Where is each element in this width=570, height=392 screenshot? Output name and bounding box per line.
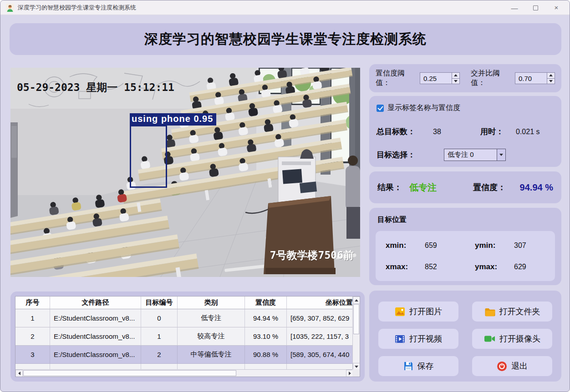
spin-down-icon	[549, 80, 553, 82]
scrollbar-corner	[352, 369, 360, 377]
show-labels-checkbox[interactable]	[377, 105, 384, 112]
target-select-dropdown[interactable]: 低专注 0	[444, 149, 506, 161]
open-image-button[interactable]: 打开图片	[378, 302, 458, 322]
open-video-label: 打开视频	[409, 333, 442, 344]
power-icon	[497, 361, 507, 372]
save-icon	[403, 361, 413, 371]
detection-bounding-box	[130, 125, 167, 188]
app-avatar-icon	[6, 4, 14, 12]
camera-location-watermark: 7号教学楼7506前	[270, 248, 354, 262]
classroom-photo	[10, 68, 360, 277]
close-button[interactable]: ×	[546, 0, 567, 15]
horizontal-scroll-thumb[interactable]	[23, 370, 236, 376]
app-window: 深度学习的智慧校园学生课堂专注度检测系统 — × 深度学习的智慧校园学生课堂专注…	[0, 0, 570, 392]
scroll-down-icon	[355, 366, 358, 368]
iou-threshold-spinner[interactable]	[515, 72, 555, 84]
table-row-selected[interactable]: 3 E:/StudentClassroom_v8... 2 中等偏低专注 90.…	[15, 346, 353, 364]
detection-image-view: 05-29-2023 星期一 15:12:11 using phone 0.95…	[10, 68, 360, 277]
window-titlebar: 深度学习的智慧校园学生课堂专注度检测系统 — ×	[0, 0, 570, 15]
vertical-scroll-thumb[interactable]	[353, 304, 359, 334]
window-controls: — ×	[504, 0, 567, 15]
camera-timestamp: 05-29-2023 星期一 15:12:11	[17, 80, 174, 95]
scroll-up-icon	[355, 299, 358, 302]
stats-row: 总目标数： 38 用时： 0.021 s	[377, 126, 554, 137]
page-title: 深度学习的智慧校园学生课堂专注度检测系统	[144, 30, 427, 49]
image-icon	[395, 307, 405, 317]
total-targets-label: 总目标数：	[377, 126, 433, 137]
target-position-panel: 目标位置 xmin: 659 ymin: 307 xmax: 852 ymax:…	[369, 208, 561, 285]
open-camera-button[interactable]: 打开摄像头	[472, 329, 552, 349]
spin-down-icon	[454, 80, 458, 82]
ymin-value: 307	[514, 241, 555, 250]
confidence-spin-down-button[interactable]	[452, 78, 459, 84]
target-select-row: 目标选择： 低专注 0	[377, 149, 554, 161]
actions-panel: 打开图片 打开文件夹 打开视频	[369, 291, 561, 382]
col-header-index[interactable]: 序号	[15, 297, 50, 309]
detections-table: 序号 文件路径 目标编号 类别 置信度 坐标位置 1 E:/StudentCla…	[15, 296, 360, 377]
table-vertical-scrollbar[interactable]	[352, 297, 360, 370]
xmin-value: 659	[425, 241, 475, 250]
target-position-title: 目标位置	[377, 216, 407, 223]
scroll-left-icon	[18, 372, 20, 375]
options-panel: 显示标签名称与置信度 总目标数： 38 用时： 0.021 s 目标选择： 低专…	[369, 96, 561, 167]
scroll-right-icon	[349, 372, 351, 375]
page-banner: 深度学习的智慧校园学生课堂专注度检测系统	[10, 23, 561, 55]
col-header-class[interactable]: 类别	[178, 297, 245, 309]
dropdown-button[interactable]	[497, 149, 505, 161]
minimize-button[interactable]: —	[504, 0, 525, 15]
iou-threshold-label: 交并比阈值：	[471, 69, 511, 88]
result-value: 低专注	[409, 181, 473, 194]
maximize-button[interactable]	[525, 0, 546, 15]
xmax-value: 852	[425, 263, 475, 271]
confidence-threshold-spinner[interactable]	[420, 72, 460, 84]
open-folder-label: 打开文件夹	[499, 306, 540, 317]
spin-up-icon	[549, 74, 553, 76]
spin-up-icon	[454, 74, 458, 76]
camera-icon	[484, 334, 495, 344]
video-icon	[395, 334, 405, 344]
scroll-left-button[interactable]	[15, 370, 23, 377]
col-header-target-id[interactable]: 目标编号	[141, 297, 178, 309]
target-select-label: 目标选择：	[377, 150, 444, 160]
exit-button[interactable]: 退出	[472, 356, 552, 376]
save-button[interactable]: 保存	[378, 356, 458, 376]
detection-label: using phone 0.95	[130, 113, 216, 126]
folder-icon	[484, 307, 495, 317]
elapsed-time-value: 0.021 s	[516, 128, 554, 136]
open-camera-label: 打开摄像头	[499, 333, 540, 344]
window-title: 深度学习的智慧校园学生课堂专注度检测系统	[18, 4, 136, 12]
open-video-button[interactable]: 打开视频	[378, 329, 458, 349]
iou-threshold-input[interactable]	[515, 73, 547, 84]
iou-spin-up-button[interactable]	[547, 73, 555, 78]
total-targets-value: 38	[433, 128, 480, 136]
result-confidence-value: 94.94 %	[515, 182, 553, 193]
table-row[interactable]: 2 E:/StudentClassroom_v8... 1 较高专注 93.10…	[15, 327, 353, 346]
table-horizontal-scrollbar[interactable]	[15, 369, 353, 377]
detections-table-panel: 序号 文件路径 目标编号 类别 置信度 坐标位置 1 E:/StudentCla…	[10, 291, 365, 382]
result-confidence-label: 置信度：	[473, 182, 515, 193]
ymin-label: ymin:	[475, 241, 514, 250]
scroll-up-button[interactable]	[353, 297, 360, 304]
result-label: 结果：	[377, 182, 409, 193]
col-header-coordinates[interactable]: 坐标位置	[287, 297, 353, 309]
col-header-filepath[interactable]: 文件路径	[50, 297, 141, 309]
ymax-label: ymax:	[475, 262, 514, 271]
confidence-threshold-input[interactable]	[420, 73, 452, 84]
confidence-spin-up-button[interactable]	[452, 73, 459, 78]
xmax-label: xmax:	[386, 262, 425, 271]
target-selected-value: 低专注 0	[444, 151, 497, 159]
save-label: 保存	[417, 361, 434, 372]
xmin-label: xmin:	[386, 241, 425, 250]
maximize-icon	[533, 5, 538, 10]
show-labels-row: 显示标签名称与置信度	[377, 103, 554, 113]
col-header-confidence[interactable]: 置信度	[245, 297, 287, 309]
confidence-threshold-label: 置信度阈值：	[376, 69, 416, 88]
open-image-label: 打开图片	[409, 306, 442, 317]
table-header-row: 序号 文件路径 目标编号 类别 置信度 坐标位置	[15, 297, 353, 309]
table-row[interactable]: 1 E:/StudentClassroom_v8... 0 低专注 94.94 …	[15, 309, 353, 327]
open-folder-button[interactable]: 打开文件夹	[472, 302, 552, 322]
position-values-box: xmin: 659 ymin: 307 xmax: 852 ymax: 629	[376, 231, 555, 281]
exit-label: 退出	[511, 361, 528, 372]
show-labels-label: 显示标签名称与置信度	[387, 103, 460, 113]
iou-spin-down-button[interactable]	[547, 78, 555, 84]
